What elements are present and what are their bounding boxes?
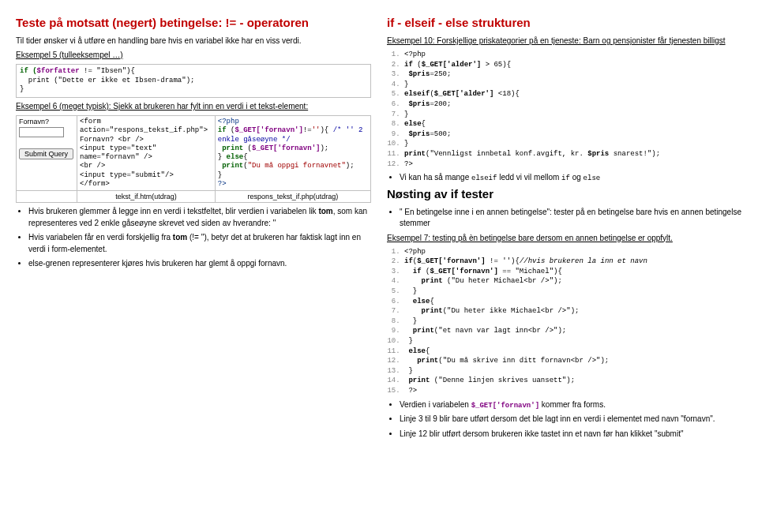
ex6-mid-code: <form action="respons_tekst_if.php"> For… — [80, 118, 208, 188]
c7-14: print ("Denne linjen skrives uansett"); — [404, 376, 742, 386]
right-bullets-1: Vi kan ha så mange elseif ledd vi vil me… — [400, 172, 742, 184]
lb1b: tom — [318, 207, 332, 215]
code-example7: <?php if($_GET['fornavn'] != ''){//hvis … — [387, 247, 742, 396]
ex6-php-cell: <?php if ($_GET['fornavn']!=''){ /* '' 2… — [215, 116, 370, 191]
c7-3: if ($_GET['fornavn'] == "Michael"){ — [404, 267, 742, 277]
bb3: Linje 12 blir utført dersom brukeren ikk… — [400, 429, 742, 440]
lb2: Hvis variabelen får en verdi forskjellig… — [28, 232, 371, 255]
c7-15: ?> — [404, 386, 742, 396]
rbc: ledd vi vil mellom — [497, 173, 561, 182]
c7-1: <?php — [404, 247, 742, 257]
c7-6: else{ — [404, 297, 742, 307]
rbd: if — [561, 174, 570, 182]
c7-7: print("Du heter ikke Michael<br />"); — [404, 306, 742, 317]
ex6-form-cell: Fornavn? Submit Query — [17, 116, 77, 191]
c10-5: elseif($_GET['alder'] <18){ — [404, 89, 742, 99]
heading-nosting: Nøsting av if tester — [387, 187, 742, 200]
nost-bullets: " En betingelse inne i en annen betingel… — [400, 207, 742, 230]
rb1: Vi kan ha så mange elseif ledd vi vil me… — [400, 172, 742, 184]
c10-12: ?> — [404, 159, 742, 170]
lb3: else-grenen representerer kjøres hvis br… — [28, 258, 371, 270]
bb1b: $_GET['fornavn'] — [471, 402, 539, 410]
nb1: " En betingelse inne i en annen betingel… — [400, 207, 742, 230]
intro-span: Til tider ønsker vi å utføre en handling… — [16, 36, 301, 45]
c7-13: } — [404, 366, 742, 377]
c7-10: } — [404, 336, 742, 347]
c5-if: if ( — [20, 67, 37, 75]
lb1: Hvis brukeren glemmer å legge inn en ver… — [28, 206, 371, 229]
rbb: elseif — [471, 174, 497, 182]
ex6-foot-mid: tekst_if.htm(utdrag) — [77, 191, 216, 203]
eksempel5-label: Eksempel 5 (tulleeksempel …) — [16, 50, 371, 61]
c7-2: if($_GET['fornavn'] != ''){//hvis bruker… — [404, 257, 742, 267]
lb1a: Hvis brukeren glemmer å legge inn en ver… — [28, 207, 318, 215]
c7-9: print("et navn var lagt inn<br />"); — [404, 326, 742, 336]
code-example5: if ($forfatter != "Ibsen"){ print ("Dett… — [16, 64, 371, 98]
ex6-foot1 — [17, 191, 77, 203]
c10-11: print("Vennligst innbetal konf.avgift, k… — [404, 149, 742, 159]
intro-text: Til tider ønsker vi å utføre en handling… — [16, 36, 371, 47]
rbe: og — [570, 173, 584, 182]
rbf: else — [584, 174, 601, 182]
c10-4: } — [404, 80, 742, 90]
s: <?php — [404, 51, 426, 58]
left-column: Teste på motsatt (negert) betingelse: !=… — [16, 16, 371, 443]
lb2a: Hvis variabelen får en verdi forskjellig… — [28, 233, 173, 242]
c5-b: != "Ibsen"){ — [80, 67, 135, 75]
bb2: Linje 3 til 9 blir bare utført dersom de… — [400, 414, 742, 425]
bb1: Verdien i variabelen $_GET['fornavn'] ko… — [400, 399, 742, 411]
c10-6: $pris=200; — [404, 99, 742, 110]
eksempel6-label: Eksempel 6 (meget typisk): Sjekk at bruk… — [16, 101, 371, 112]
ex6-table: Fornavn? Submit Query <form action="resp… — [16, 115, 371, 203]
bb1c: kommer fra forms. — [539, 400, 606, 409]
c10-1: <?php — [404, 50, 742, 60]
ex6-foot-right: respons_tekst_if.php(utdrag) — [215, 191, 370, 203]
bb1a: Verdien i variabelen — [400, 400, 471, 409]
c7-5: } — [404, 287, 742, 297]
bottom-bullets: Verdien i variabelen $_GET['fornavn'] ko… — [400, 399, 742, 440]
c10-8: else{ — [404, 119, 742, 129]
submit-button[interactable]: Submit Query — [19, 148, 73, 159]
c5-l2: print ("Dette er ikke et Ibsen-drama"); — [20, 77, 194, 84]
c10-3: $pris=250; — [404, 69, 742, 80]
fornavn-input[interactable] — [19, 127, 64, 137]
ex6-html-cell: <form action="respons_tekst_if.php"> For… — [77, 116, 216, 191]
eksempel7-label: Eksempel 7: testing på èn betingelse bar… — [387, 233, 742, 244]
eksempel10-label: Eksempel 10: Forskjellige priskategorier… — [387, 36, 742, 47]
c7-8: } — [404, 317, 742, 327]
heading-negert: Teste på motsatt (negert) betingelse: !=… — [16, 16, 371, 29]
c5-l3: } — [20, 85, 24, 93]
page-container: Teste på motsatt (negert) betingelse: !=… — [0, 0, 758, 459]
c5-var: $forfatter — [37, 67, 80, 75]
code-example10: <?php if ($_GET['alder'] > 65){ $pris=25… — [387, 50, 742, 169]
heading-ifelse: if - elseif - else strukturen — [387, 16, 742, 29]
ex6-form-label: Fornavn? — [19, 118, 74, 126]
c7-4: print ("Du heter Michael<br />"); — [404, 276, 742, 287]
ex6-right-code: <?php if ($_GET['fornavn']!=''){ /* '' 2… — [218, 118, 363, 188]
lb2b: tom — [173, 233, 187, 242]
c10-2: if ($_GET['alder'] > 65){ — [404, 60, 742, 70]
c7-11: else{ — [404, 347, 742, 357]
right-column: if - elseif - else strukturen Eksempel 1… — [387, 16, 742, 443]
rba: Vi kan ha så mange — [400, 173, 471, 182]
c10-10: } — [404, 139, 742, 149]
c10-9: $pris=500; — [404, 129, 742, 140]
left-bullets: Hvis brukeren glemmer å legge inn en ver… — [28, 206, 371, 270]
c10-7: } — [404, 110, 742, 120]
c7-12: print("Du må skrive inn ditt fornavn<br … — [404, 356, 742, 366]
